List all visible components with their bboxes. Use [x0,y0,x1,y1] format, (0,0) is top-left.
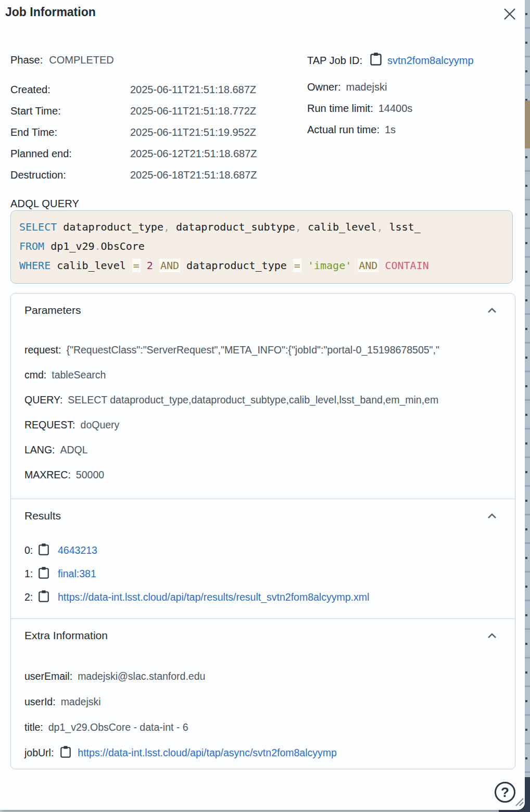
help-icon: ? [501,784,509,801]
parameter-value: 50000 [76,469,104,481]
timestamp-row: Destruction: 2025-06-18T21:51:18.687Z [10,164,257,186]
clipboard-copy-icon[interactable] [38,590,49,605]
owner-info-row: Owner: madejski [307,77,412,98]
extra-information-header: Extra Information [11,619,515,642]
timestamp-label: Planned end: [10,148,130,160]
collapse-results-button[interactable] [487,512,497,519]
results-list: 0: 4643213 1: [11,539,515,618]
collapse-parameters-button[interactable] [487,307,497,314]
result-row: 2: https://data-int.lsst.cloud/api/tap/r… [24,586,504,609]
result-row: 1: final:381 [24,562,504,586]
results-header: Results [11,499,515,522]
tap-job-id-link[interactable]: svtn2fom8alcyymp [387,55,474,67]
parameter-label: REQUEST: [24,419,75,431]
adql-code-line: SELECT dataproduct_type, dataproduct_sub… [19,218,512,237]
joburl-label: jobUrl: [24,747,54,759]
result-link[interactable]: final:381 [58,568,96,580]
resize-grip[interactable] [513,795,524,808]
owner-info-row: Run time limit: 14400s [307,98,412,119]
parameters-section: Parameters request: {"RequestClass":"Ser… [11,294,515,499]
app-background-strip [525,0,530,812]
phase-row: Phase:COMPLETED [10,54,114,66]
result-link[interactable]: 4643213 [58,544,97,556]
extra-information-label: userEmail: [24,670,72,682]
extra-information-value: madejski@slac.stanford.edu [78,670,205,682]
phase-value: COMPLETED [49,54,113,66]
adql-code-line: FROM dp1_v29.ObsCore [19,237,512,256]
tap-job-id-row: TAP Job ID: svtn2fom8alcyymp [307,52,474,69]
timestamp-value: 2025-06-11T21:51:18.687Z [130,84,256,96]
owner-info-row: Actual run time: 1s [307,119,412,141]
sections-panel: Parameters request: {"RequestClass":"Ser… [10,293,515,769]
extra-information-label: userId: [24,696,56,708]
dialog-title: Job Information [5,5,96,19]
extra-information-label: title: [24,721,43,733]
extra-information-row: title: dp1_v29.ObsCore - data-int - 6 [24,715,504,740]
chevron-up-icon [487,632,497,639]
parameter-label: QUERY: [24,394,62,406]
parameter-label: request: [24,344,61,356]
timestamp-value: 2025-06-11T21:51:19.952Z [130,126,256,138]
timestamp-value: 2025-06-18T21:51:18.687Z [130,169,257,181]
joburl-link[interactable]: https://data-int.lsst.cloud/api/tap/asyn… [78,747,337,759]
result-link[interactable]: https://data-int.lsst.cloud/api/tap/resu… [58,591,369,603]
adql-query-label: ADQL QUERY [10,198,79,210]
extra-information-section: Extra Information userEmail: madejski@sl… [11,619,515,766]
clipboard-copy-icon[interactable] [60,745,71,761]
chevron-up-icon [487,512,497,519]
app-strip-highlight-row [525,100,530,148]
parameters-list: request: {"RequestClass":"ServerRequest"… [11,337,515,499]
results-section: Results 0: [11,499,515,618]
parameter-row: MAXREC: 50000 [24,462,504,487]
extra-information-row: userId: madejski [24,689,504,715]
owner-info-label: Run time limit: [307,103,373,115]
result-index: 1: [24,568,38,580]
timestamp-label: Destruction: [10,169,130,181]
parameter-row: QUERY: SELECT dataproduct_type,dataprodu… [24,387,504,412]
timestamp-label: End Time: [10,126,130,138]
timestamp-row: Start Time: 2025-06-11T21:51:18.772Z [10,100,257,122]
extra-information-row: userEmail: madejski@slac.stanford.edu [24,664,504,689]
close-button[interactable] [502,6,518,22]
parameter-value: ADQL [60,444,88,456]
parameter-row: cmd: tableSearch [24,362,504,387]
help-button[interactable]: ? [495,782,515,803]
parameters-title: Parameters [24,304,81,316]
extra-information-value: dp1_v29.ObsCore - data-int - 6 [48,721,188,733]
parameter-value: tableSearch [52,369,106,381]
parameter-label: MAXREC: [24,469,71,481]
timestamp-row: Created: 2025-06-11T21:51:18.687Z [10,79,257,100]
parameter-label: cmd: [24,369,46,381]
parameter-value: SELECT dataproduct_type,dataproduct_subt… [68,394,438,406]
collapse-extra-information-button[interactable] [487,632,497,639]
timestamp-row: Planned end: 2025-06-12T21:51:18.687Z [10,143,257,164]
adql-query-code-block[interactable]: SELECT dataproduct_type, dataproduct_sub… [10,210,513,284]
parameter-value: doQuery [81,419,120,431]
job-information-dialog: Job Information Phase:COMPLETED TAP Job … [0,0,525,810]
owner-info-value: madejski [346,81,387,93]
parameter-row: LANG: ADQL [24,437,504,462]
parameter-row: request: {"RequestClass":"ServerRequest"… [24,337,504,362]
parameters-header: Parameters [11,294,515,316]
results-title: Results [24,510,61,522]
extra-information-value: madejski [61,696,101,708]
extra-information-title: Extra Information [24,629,108,642]
timestamp-label: Created: [10,84,130,96]
timestamp-value: 2025-06-11T21:51:18.772Z [130,105,256,117]
clipboard-copy-icon[interactable] [370,52,382,69]
resize-grip-icon [513,795,524,806]
parameter-row: REQUEST: doQuery [24,412,504,437]
app-strip-dark-footer [525,777,530,812]
close-icon [502,7,517,21]
extra-information-list: userEmail: madejski@slac.stanford.edu us… [11,664,515,740]
timestamp-row: End Time: 2025-06-11T21:51:19.952Z [10,122,257,143]
timestamp-value: 2025-06-12T21:51:18.687Z [130,148,257,160]
owner-info-value: 1s [385,124,396,136]
adql-code-line: WHERE calib_level = 2 AND dataproduct_ty… [19,256,512,275]
phase-label: Phase: [10,54,43,66]
clipboard-copy-icon[interactable] [38,543,49,559]
clipboard-copy-icon[interactable] [38,566,49,582]
tap-job-id-label: TAP Job ID: [307,55,362,67]
result-index: 2: [24,591,38,603]
chevron-up-icon [487,307,497,314]
